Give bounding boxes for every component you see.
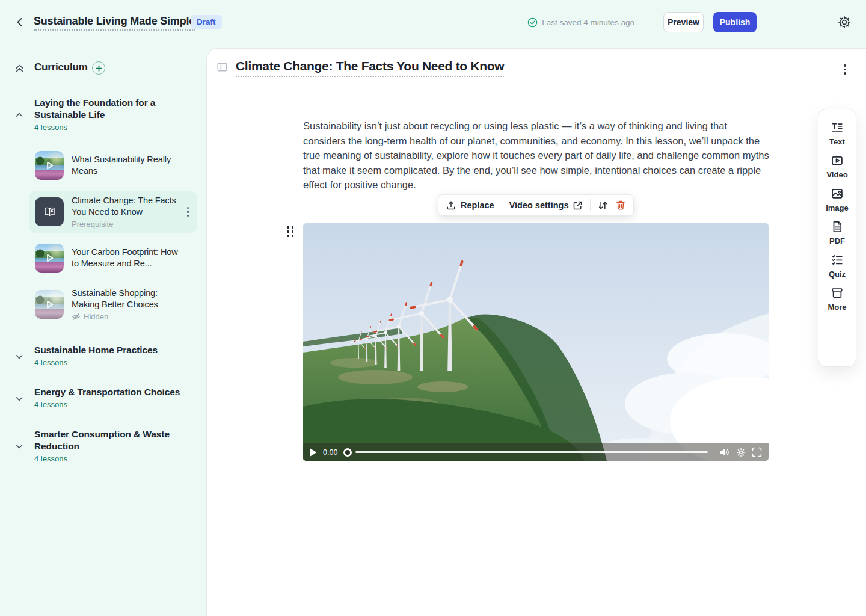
lesson-item-sustainable-shopping[interactable]: Sustainable Shopping: Making Better Choi…	[29, 283, 197, 325]
replace-button[interactable]: Replace	[446, 200, 494, 211]
course-title[interactable]: Sustainable Living Made Simple	[34, 15, 195, 31]
palette-item-video[interactable]: Video	[826, 154, 847, 179]
palette-label: PDF	[829, 236, 845, 245]
publish-button[interactable]: Publish	[713, 12, 757, 32]
lesson-item-climate-change[interactable]: Climate Change: The Facts You Need to Kn…	[29, 191, 197, 233]
section-title: Energy & Transportation Choices	[34, 386, 185, 398]
lesson-title: Climate Change: The Facts You Need to Kn…	[72, 195, 177, 218]
volume-icon[interactable]	[720, 448, 730, 457]
back-button[interactable]	[13, 16, 26, 29]
move-block-button[interactable]	[598, 200, 608, 211]
lesson-sub-label: Hidden	[72, 312, 186, 321]
section-lesson-count: 4 lessons	[34, 358, 179, 367]
chevron-down-icon	[15, 395, 23, 403]
panel-toggle-button[interactable]	[217, 62, 227, 72]
block-drag-handle[interactable]	[287, 226, 294, 237]
toolbar-divider	[590, 199, 591, 211]
section-3-chevron[interactable]	[15, 395, 23, 403]
settings-button[interactable]	[837, 15, 852, 29]
section-1-header[interactable]: Laying the Foundation for a Sustainable …	[34, 97, 158, 132]
video-controls-bar: 0:00	[303, 443, 769, 461]
section-2-chevron[interactable]	[15, 353, 23, 361]
section-lesson-count: 4 lessons	[34, 123, 158, 132]
section-title: Smarter Consumption & Waste Reduction	[34, 428, 170, 452]
lesson-paragraph[interactable]: Sustainability isn’t just about recyclin…	[303, 119, 770, 192]
lesson-title: What Sustainability Really Means	[72, 154, 186, 177]
player-scrubber-knob[interactable]	[343, 448, 352, 457]
delete-block-button[interactable]	[615, 200, 626, 211]
palette-item-pdf[interactable]: PDF	[829, 220, 845, 245]
player-settings-icon[interactable]	[736, 448, 746, 457]
play-icon	[43, 252, 55, 264]
lesson-item-what-sustainability[interactable]: What Sustainability Really Means	[29, 144, 197, 186]
section-3-header[interactable]: Energy & Transportation Choices 4 lesson…	[34, 386, 185, 409]
pdf-icon	[831, 220, 844, 233]
move-up-down-icon	[598, 200, 608, 211]
preview-button[interactable]: Preview	[663, 12, 704, 32]
palette-item-image[interactable]: Image	[826, 187, 849, 212]
player-progress-track[interactable]	[355, 451, 708, 453]
video-settings-button[interactable]: Video settings	[509, 200, 583, 211]
palette-item-quiz[interactable]: Quiz	[829, 253, 846, 279]
last-saved-status: Last saved 4 minutes ago	[527, 17, 634, 28]
open-book-icon	[43, 205, 57, 219]
play-icon	[43, 159, 55, 171]
palette-label: Text	[829, 137, 845, 146]
video-block-toolbar: Replace Video settings	[438, 194, 634, 216]
video-thumbnail	[35, 244, 64, 273]
external-link-icon	[573, 200, 583, 211]
lesson-menu-button[interactable]	[185, 205, 191, 219]
palette-label: Quiz	[829, 270, 846, 279]
video-thumbnail	[35, 151, 64, 180]
lesson-item-carbon-footprint[interactable]: Your Carbon Footprint: How to Measure an…	[29, 237, 197, 279]
sidebar-title: Curriculum	[34, 61, 88, 73]
chevron-down-icon	[15, 353, 23, 361]
lesson-options-button[interactable]	[841, 62, 849, 77]
player-play-button[interactable]	[310, 448, 317, 457]
video-thumbnail	[35, 290, 64, 319]
section-title: Sustainable Home Practices	[34, 344, 179, 356]
quiz-icon	[831, 253, 844, 266]
more-blocks-icon	[831, 286, 844, 300]
play-icon	[43, 298, 55, 310]
section-4-header[interactable]: Smarter Consumption & Waste Reduction 4 …	[34, 428, 170, 463]
section-1-chevron[interactable]	[15, 111, 23, 119]
palette-label: Video	[826, 170, 847, 179]
player-time: 0:00	[323, 448, 337, 457]
gear-icon	[837, 15, 852, 29]
add-section-button[interactable]	[92, 61, 105, 75]
eye-off-icon	[72, 312, 81, 321]
collapse-all-button[interactable]	[14, 63, 25, 73]
replace-label: Replace	[461, 200, 494, 210]
video-settings-label: Video settings	[509, 200, 569, 210]
last-saved-text: Last saved 4 minutes ago	[542, 18, 634, 27]
palette-label: More	[828, 303, 846, 312]
status-badge: Draft	[191, 15, 222, 29]
chevron-down-icon	[15, 442, 23, 451]
palette-label: Image	[826, 203, 849, 212]
check-circle-icon	[527, 17, 538, 28]
chevron-up-icon	[15, 111, 23, 119]
plus-icon	[96, 65, 102, 72]
section-lesson-count: 4 lessons	[34, 400, 185, 409]
text-icon	[831, 121, 844, 134]
palette-item-more[interactable]: More	[828, 286, 846, 312]
panel-toggle-icon	[217, 62, 227, 72]
video-player[interactable]: 0:00	[303, 223, 769, 461]
block-palette: Text Video Image PDF Quiz	[818, 109, 856, 367]
fullscreen-icon[interactable]	[752, 447, 762, 457]
double-chevron-up-icon	[14, 63, 25, 73]
lesson-title: Your Carbon Footprint: How to Measure an…	[72, 247, 186, 270]
back-chevron-icon	[13, 16, 26, 29]
image-icon	[831, 187, 844, 200]
lesson-sub-label: Prerequisite	[72, 220, 177, 229]
section-lesson-count: 4 lessons	[34, 454, 170, 463]
lesson-page-title[interactable]: Climate Change: The Facts You Need to Kn…	[236, 59, 504, 77]
section-4-chevron[interactable]	[15, 442, 23, 451]
hidden-label: Hidden	[84, 312, 108, 321]
section-2-header[interactable]: Sustainable Home Practices 4 lessons	[34, 344, 179, 367]
palette-item-text[interactable]: Text	[829, 121, 845, 146]
reading-lesson-tile	[35, 197, 64, 226]
toolbar-divider	[502, 199, 502, 211]
section-title: Laying the Foundation for a Sustainable …	[34, 97, 158, 121]
